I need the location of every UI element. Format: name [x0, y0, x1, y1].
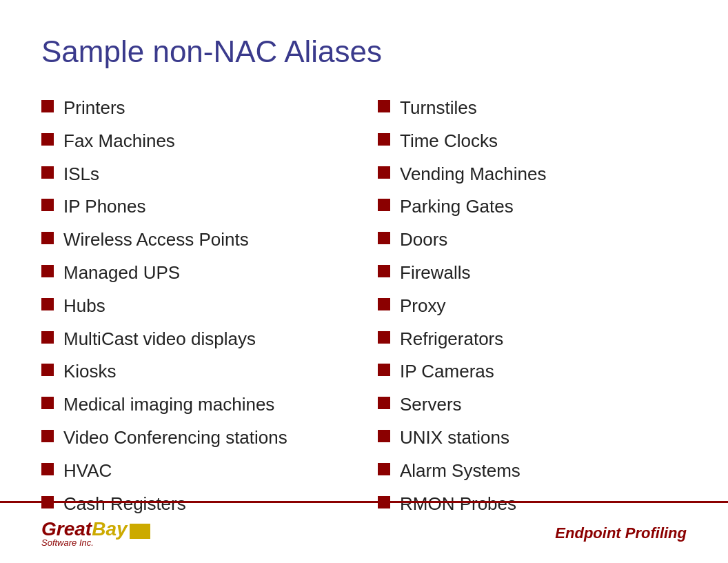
- item-label: Alarm Systems: [400, 460, 520, 483]
- bullet-icon: [41, 463, 54, 475]
- list-item: Alarm Systems: [378, 460, 687, 483]
- logo-text-group: Great Bay Software Inc.: [41, 518, 150, 548]
- bullet-icon: [378, 166, 390, 179]
- list-item: Kiosks: [41, 360, 350, 384]
- item-label: Medical imaging machines: [63, 393, 274, 417]
- logo-sub: Software Inc.: [41, 537, 150, 548]
- bullet-icon: [378, 232, 390, 244]
- bullet-icon: [378, 133, 390, 146]
- bullet-icon: [378, 199, 390, 211]
- item-label: Managed UPS: [63, 261, 180, 285]
- bullet-icon: [378, 298, 390, 310]
- list-item: Time Clocks: [378, 130, 687, 153]
- list-item: Doors: [378, 228, 687, 252]
- list-item: ISLs: [41, 163, 350, 186]
- slide-title: Sample non-NAC Aliases: [41, 34, 687, 69]
- list-item: Firewalls: [378, 261, 687, 285]
- tagline: Endpoint Profiling: [555, 524, 687, 542]
- item-label: Vending Machines: [400, 163, 546, 186]
- item-label: Fax Machines: [63, 130, 175, 153]
- item-label: IP Phones: [63, 195, 146, 219]
- logo-yellow-box-icon: [130, 524, 150, 539]
- item-label: IP Cameras: [400, 360, 494, 384]
- item-label: Time Clocks: [400, 130, 498, 153]
- list-item: IP Cameras: [378, 360, 687, 384]
- bullet-icon: [41, 232, 54, 244]
- item-label: UNIX stations: [400, 426, 509, 450]
- bullet-icon: [41, 100, 54, 112]
- list-item: Fax Machines: [41, 130, 350, 153]
- item-label: Proxy: [400, 295, 445, 318]
- list-item: MultiCast video displays: [41, 328, 350, 351]
- list-item: Managed UPS: [41, 261, 350, 285]
- bullet-icon: [41, 199, 54, 211]
- list-item: Printers: [41, 97, 350, 120]
- list-item: Parking Gates: [378, 195, 687, 219]
- bullet-icon: [378, 430, 390, 442]
- list-item: UNIX stations: [378, 426, 687, 450]
- item-label: Doors: [400, 228, 447, 252]
- content-area: Printers Fax Machines ISLs IP Phones Wir…: [41, 97, 687, 525]
- list-item: Turnstiles: [378, 97, 687, 120]
- list-item: Medical imaging machines: [41, 393, 350, 417]
- item-label: Printers: [63, 97, 125, 120]
- footer: Great Bay Software Inc. Endpoint Profili…: [0, 501, 728, 563]
- bullet-icon: [378, 364, 390, 376]
- bullet-icon: [41, 133, 54, 146]
- list-item: Refrigerators: [378, 328, 687, 351]
- right-column: Turnstiles Time Clocks Vending Machines …: [378, 97, 687, 525]
- item-label: Hubs: [63, 295, 105, 318]
- bullet-icon: [41, 298, 54, 310]
- item-label: Servers: [400, 393, 462, 417]
- list-item: HVAC: [41, 460, 350, 483]
- bullet-icon: [41, 331, 54, 344]
- bullet-icon: [41, 397, 54, 409]
- list-item: Wireless Access Points: [41, 228, 350, 252]
- bullet-icon: [41, 364, 54, 376]
- item-label: HVAC: [63, 460, 112, 483]
- item-label: Refrigerators: [400, 328, 503, 351]
- bullet-icon: [41, 265, 54, 277]
- item-label: Kiosks: [63, 360, 117, 384]
- bullet-icon: [41, 430, 54, 442]
- slide: Sample non-NAC Aliases Printers Fax Mach…: [0, 0, 728, 563]
- bullet-icon: [378, 397, 390, 409]
- list-item: Vending Machines: [378, 163, 687, 186]
- item-label: Wireless Access Points: [63, 228, 249, 252]
- list-item: Video Conferencing stations: [41, 426, 350, 450]
- left-column: Printers Fax Machines ISLs IP Phones Wir…: [41, 97, 350, 525]
- list-item: Proxy: [378, 295, 687, 318]
- item-label: Video Conferencing stations: [63, 426, 287, 450]
- bullet-icon: [41, 166, 54, 179]
- bullet-icon: [378, 463, 390, 475]
- bullet-icon: [378, 265, 390, 277]
- bullet-icon: [378, 331, 390, 344]
- logo: Great Bay Software Inc.: [41, 518, 150, 548]
- item-label: Parking Gates: [400, 195, 514, 219]
- item-label: Firewalls: [400, 261, 471, 285]
- list-item: Hubs: [41, 295, 350, 318]
- item-label: Turnstiles: [400, 97, 477, 120]
- list-item: Servers: [378, 393, 687, 417]
- bullet-icon: [378, 100, 390, 112]
- item-label: MultiCast video displays: [63, 328, 256, 351]
- list-item: IP Phones: [41, 195, 350, 219]
- item-label: ISLs: [63, 163, 99, 186]
